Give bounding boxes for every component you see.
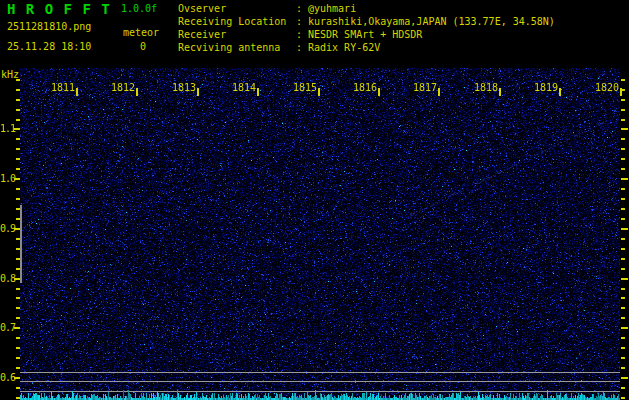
axis-tick [14,377,20,379]
axis-tick [16,297,20,299]
axis-tick [621,248,625,250]
info-label: Recviving antenna [178,41,296,54]
time-tick-label: 1811 [48,82,78,93]
time-tick-label: 1813 [169,82,199,93]
axis-tick [621,258,625,260]
time-tick-label: 1820 [592,82,622,93]
time-tick-label: 1816 [350,82,380,93]
axis-tick [16,317,20,319]
axis-tick [621,367,625,369]
time-axis-tick [499,88,501,96]
axis-tick [621,327,628,329]
time-axis-tick [559,88,561,96]
freq-tick-label: 1.0 [0,173,15,184]
info-label: Receiver [178,28,296,41]
axis-tick [621,228,628,230]
axis-tick [621,178,628,180]
time-tick-label: 1812 [108,82,138,93]
axis-tick [621,278,628,280]
axis-tick [14,178,20,180]
axis-tick [621,208,625,210]
axis-tick [621,99,625,101]
time-tick-label: 1819 [531,82,561,93]
time-axis-tick [438,88,440,96]
freq-tick-label: 0.9 [0,223,15,234]
axis-tick [16,357,20,359]
axis-tick [621,357,625,359]
axis-tick [16,208,20,210]
axis-tick [621,148,625,150]
axis-tick [16,238,20,240]
axis-tick [16,347,20,349]
freq-tick-label: 0.6 [0,372,15,383]
axis-tick [621,198,625,200]
time-tick-label: 1818 [471,82,501,93]
axis-tick [621,268,625,270]
axis-tick [16,198,20,200]
time-axis-tick [76,88,78,96]
axis-tick [621,168,625,170]
axis-tick [14,278,20,280]
time-axis-tick [257,88,259,96]
freq-tick-label: 0.7 [0,322,15,333]
time-axis-tick [620,88,622,96]
meteor-count-label: meteor [123,27,159,38]
axis-tick [16,148,20,150]
axis-tick [14,128,20,130]
axis-tick [14,327,20,329]
axis-tick [16,138,20,140]
axis-tick [16,397,20,399]
axis-tick [621,138,625,140]
info-colon: : [296,15,308,28]
axis-tick [16,109,20,111]
axis-tick [16,158,20,160]
info-row: Receiving Location:kurashiki,Okayama,JAP… [178,15,555,28]
axis-tick [16,258,20,260]
axis-tick [16,168,20,170]
time-axis-tick [197,88,199,96]
axis-tick [621,109,625,111]
info-row: Receiver:NESDR SMArt + HDSDR [178,28,555,41]
axis-tick [16,248,20,250]
axis-tick [16,188,20,190]
axis-tick [621,337,625,339]
info-colon: : [296,2,308,15]
axis-tick [621,387,625,389]
info-value: Radix RY-62V [308,42,380,53]
axis-tick [16,367,20,369]
app-title: H R O F F T [7,1,111,17]
axis-tick [14,228,20,230]
axis-tick [621,317,625,319]
meteor-count-value: 0 [140,41,146,52]
axis-tick [621,347,625,349]
axis-tick [621,158,625,160]
info-value: kurashiki,Okayama,JAPAN (133.77E, 34.58N… [308,16,555,27]
app-version: 1.0.0f [121,3,157,14]
time-tick-label: 1817 [410,82,440,93]
info-row: Recviving antenna:Radix RY-62V [178,41,555,54]
axis-tick [621,218,625,220]
time-tick-label: 1814 [229,82,259,93]
axis-tick [16,307,20,309]
axis-tick [621,238,625,240]
axis-tick [621,79,625,81]
freq-tick-label: 1.1 [0,123,15,134]
time-tick-label: 1815 [290,82,320,93]
info-label: Receiving Location [178,15,296,28]
axis-tick [16,119,20,121]
axis-tick [621,288,625,290]
axis-tick [621,188,625,190]
axis-tick [621,119,625,121]
output-filename: 2511281810.png [7,21,91,32]
info-value: @yuhmari [308,3,356,14]
axis-tick [621,377,628,379]
axis-tick [16,387,20,389]
info-row: Ovserver:@yuhmari [178,2,555,15]
axis-tick [621,297,625,299]
axis-tick [16,89,20,91]
axis-tick [16,268,20,270]
freq-tick-label: 0.8 [0,273,15,284]
axis-tick [621,397,625,399]
time-axis-tick [318,88,320,96]
axis-tick [16,79,20,81]
